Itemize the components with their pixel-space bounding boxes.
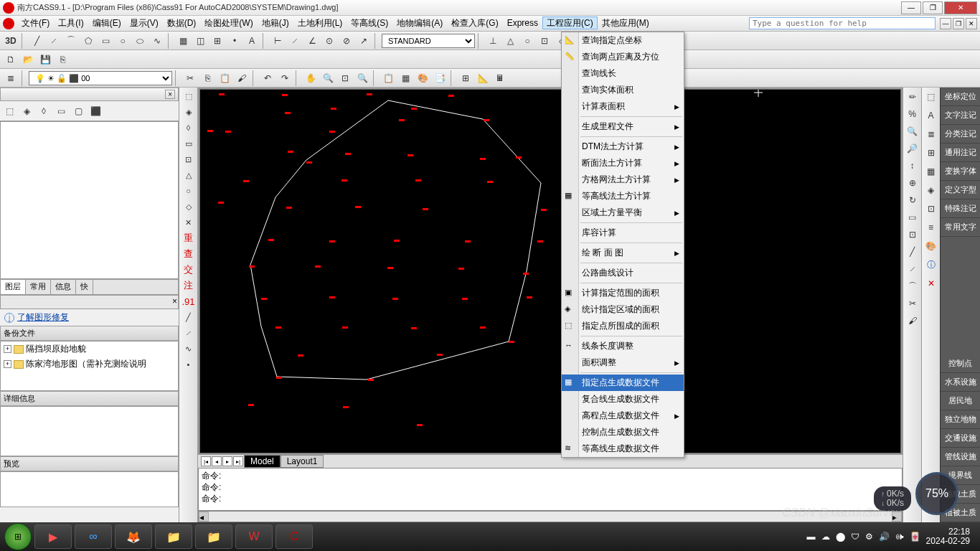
snap-mid-icon[interactable]: △	[502, 33, 518, 49]
calc-icon[interactable]: 🖩	[492, 70, 508, 86]
menu-检查入库[interactable]: 检查入库(G)	[447, 17, 502, 29]
rtool2-icon[interactable]: ≣	[923, 126, 939, 142]
hatch-icon[interactable]: ▦	[175, 33, 191, 49]
vtool-icon[interactable]: ∿	[181, 342, 197, 356]
menu-编辑[interactable]: 编辑(E)	[88, 17, 126, 29]
tab-next-icon[interactable]: ▸	[222, 456, 232, 466]
vtool-icon[interactable]: △	[181, 168, 197, 182]
spline-icon[interactable]: ∿	[149, 33, 165, 49]
rpanel-常用文字[interactable]: 常用文字	[941, 218, 980, 237]
cut-icon[interactable]: ✂	[182, 70, 198, 86]
menu-item-线条长度调整[interactable]: ↔线条长度调整	[562, 338, 684, 354]
vtool-cn-icon[interactable]: 重	[181, 231, 197, 245]
tool-icon[interactable]: ◊	[36, 103, 52, 119]
performance-gauge[interactable]: 75%	[915, 472, 958, 515]
left-tab-1[interactable]: 常用	[26, 280, 51, 294]
redo-icon[interactable]: ↷	[277, 70, 293, 86]
menu-地籍[interactable]: 地籍(J)	[258, 17, 293, 29]
dim-aligned-icon[interactable]: ⟋	[287, 33, 303, 49]
arc-icon[interactable]: ⌒	[63, 33, 79, 49]
paste-icon[interactable]: 📋	[217, 70, 232, 86]
rtool-icon[interactable]: ↕	[905, 158, 920, 174]
rpanel-通用注记[interactable]: 通用注记	[941, 143, 980, 162]
left-tab-0[interactable]: 图层	[1, 280, 26, 294]
doc-close-button[interactable]: ✕	[966, 18, 977, 29]
rpanel-文字注记[interactable]: 文字注记	[941, 106, 980, 125]
table-icon[interactable]: ⊞	[209, 33, 225, 49]
rtool2-icon[interactable]: ⓘ	[923, 257, 939, 273]
tool-icon[interactable]: ⬚	[1, 103, 17, 119]
polyline-icon[interactable]: ⟋	[46, 33, 62, 49]
vtool-icon[interactable]: ◈	[181, 105, 197, 119]
tray-icon[interactable]: ▬	[807, 532, 816, 542]
menu-工具[interactable]: 工具(I)	[54, 17, 88, 29]
zoom-prev-icon[interactable]: 🔍	[354, 70, 370, 86]
text-icon[interactable]: A	[244, 33, 260, 49]
rtool-icon[interactable]: 🔍	[905, 123, 920, 139]
rpanel-居民地[interactable]: 居民地	[941, 392, 980, 410]
doc-minimize-button[interactable]: —	[940, 18, 951, 29]
tool-icon[interactable]: ▢	[70, 103, 86, 119]
menu-绘图处理[interactable]: 绘图处理(W)	[200, 17, 257, 29]
menu-item-公路曲线设计[interactable]: 公路曲线设计	[562, 265, 684, 281]
tray-icon[interactable]: 🕪	[895, 532, 904, 542]
menu-item-控制点生成数据文件[interactable]: 控制点生成数据文件	[562, 424, 684, 441]
rpanel-控制点[interactable]: 控制点	[941, 354, 980, 373]
command-line[interactable]: 命令:命令:命令:	[198, 468, 903, 511]
measure-icon[interactable]: 📐	[475, 70, 491, 86]
props-icon[interactable]: 📋	[380, 70, 396, 86]
polygon-icon[interactable]: ⬠	[80, 33, 96, 49]
dim-radius-icon[interactable]: ⊙	[321, 33, 337, 49]
tab-prev-icon[interactable]: ◂	[212, 456, 222, 466]
vtool-icon[interactable]: ⊡	[181, 152, 197, 166]
list-item[interactable]: +陈家湾地形图（需补充测绘说明	[1, 357, 178, 372]
menu-item-断面法土方计算[interactable]: 断面法土方计算▶	[562, 155, 684, 171]
system-tray[interactable]: ▬ ☁ ⬤ 🛡 ⚙ 🔊 🕪 🀄 22:18 2024-02-29	[807, 527, 976, 546]
model-viewport[interactable]	[199, 89, 901, 453]
saveall-icon[interactable]: ⎘	[55, 52, 70, 67]
dim-diameter-icon[interactable]: ⊘	[339, 33, 354, 49]
backup-list[interactable]: +隔挡坝原始地貌+陈家湾地形图（需补充测绘说明	[0, 341, 179, 391]
menu-地物编辑[interactable]: 地物编辑(A)	[392, 17, 447, 29]
rtool-icon[interactable]: ✏	[905, 89, 920, 105]
tool-icon[interactable]: ⬛	[88, 103, 103, 119]
vtool-icon[interactable]: ╱	[181, 310, 197, 324]
rtool-icon[interactable]: ↻	[905, 192, 920, 208]
left-tab-3[interactable]: 快	[76, 280, 93, 294]
menu-item-库容计算[interactable]: 库容计算	[562, 225, 684, 241]
rpanel-管线设施[interactable]: 管线设施	[941, 448, 980, 466]
rtool2-icon[interactable]: ▦	[923, 164, 939, 179]
new-icon[interactable]: 🗋	[3, 52, 19, 67]
tray-icon[interactable]: 🔊	[879, 532, 890, 542]
rtool-icon[interactable]: 🔎	[905, 141, 920, 156]
expand-icon[interactable]: +	[4, 345, 11, 353]
vtool-icon[interactable]: •	[181, 357, 197, 372]
menu-土地利用[interactable]: 土地利用(L)	[293, 17, 347, 29]
tool-icon[interactable]: ▭	[53, 103, 69, 119]
tool-icon[interactable]: ◈	[19, 103, 34, 119]
vtool-cn-icon[interactable]: .91	[181, 294, 197, 309]
point-icon[interactable]: •	[227, 33, 242, 49]
tray-icon[interactable]: 🛡	[851, 532, 859, 542]
rpanel-独立地物[interactable]: 独立地物	[941, 410, 980, 429]
vtool-cn-icon[interactable]: 查	[181, 247, 197, 261]
rpanel-特殊注记[interactable]: 特殊注记	[941, 199, 980, 218]
clock[interactable]: 22:18 2024-02-29	[926, 527, 970, 546]
rpanel-坐标定位[interactable]: 坐标定位	[941, 88, 980, 106]
expand-icon[interactable]: +	[4, 360, 11, 368]
menu-item-等高线法土方计算[interactable]: ▦等高线法土方计算	[562, 188, 684, 204]
rectangle-icon[interactable]: ▭	[98, 33, 113, 49]
menu-数据[interactable]: 数据(D)	[163, 17, 201, 29]
tray-icon[interactable]: ⚙	[865, 532, 873, 542]
zoom-win-icon[interactable]: ⊡	[337, 70, 353, 86]
menu-item-绘 断 面 图[interactable]: 绘 断 面 图▶	[562, 245, 684, 261]
match-icon[interactable]: 🖌	[234, 70, 250, 86]
menu-item-查询线长[interactable]: 查询线长	[562, 65, 684, 82]
layer-manager-icon[interactable]: ≣	[3, 70, 19, 86]
left-tab-2[interactable]: 信息	[51, 280, 76, 294]
doc-restore-button[interactable]: ❐	[953, 18, 964, 29]
taskbar-app[interactable]: ▶	[34, 524, 72, 549]
vtool-icon[interactable]: ○	[181, 184, 197, 198]
repair-hint-link[interactable]: i了解图形修复	[0, 309, 179, 326]
view-3d-button[interactable]: 3D	[3, 33, 19, 49]
